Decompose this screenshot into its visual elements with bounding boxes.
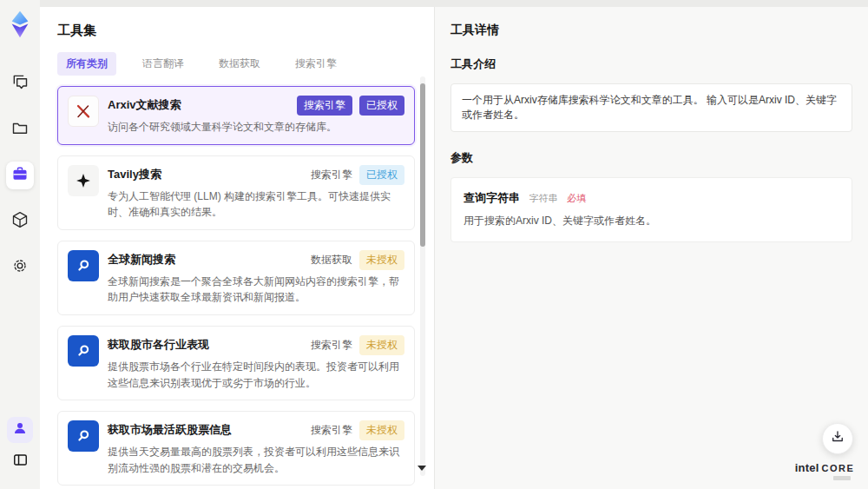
sidebar-bottom [0,417,40,473]
auth-status-badge: 未授权 [359,335,404,355]
gear-icon [11,257,29,278]
tool-name: 全球新闻搜索 [108,250,311,268]
sidebar-item-packages[interactable] [6,208,34,235]
collapse-panel-icon [12,452,29,472]
collapse-sidebar-button[interactable] [8,449,32,473]
tool-description: 提供当天交易量最高的股票列表，投资者可以利用这些信息来识别流动性强的股票和潜在的… [108,444,404,476]
brand-core-text: CORE [821,463,854,473]
tab-all-categories[interactable]: 所有类别 [57,52,116,76]
tool-card-tavily[interactable]: Tavily搜索 搜索引擎 已授权 专为人工智能代理 (LLM) 构建的搜索引擎… [57,155,415,230]
toolbox-icon [11,165,29,186]
sidebar-item-tools[interactable] [6,162,34,189]
folder-icon [11,119,29,140]
parameter-card: 查询字符串 字符串 必填 用于搜索的Arxiv ID、关键字或作者姓名。 [450,177,852,242]
sidebar-item-chat[interactable] [6,69,34,97]
tab-search-engine[interactable]: 搜索引擎 [286,52,345,76]
category-badge: 搜索引擎 [297,96,352,116]
tool-name: Tavily搜索 [108,165,311,182]
tool-name: 获取股市各行业表现 [108,335,311,353]
tool-description: 访问各个研究领域大量科学论文和文章的存储库。 [108,119,404,135]
tool-card-active-stocks[interactable]: 获取市场最活跃股票信息 搜索引擎 未授权 提供当天交易量最高的股票列表，投资者可… [57,411,415,486]
tool-list-panel: 工具集 所有类别 语言翻译 数据获取 搜索引擎 Arxiv文献搜索 搜索引擎 已… [40,7,434,489]
news-search-icon [68,250,99,281]
tool-description: 专为人工智能代理 (LLM) 构建的搜索引擎工具。可快速提供实时、准确和真实的结… [108,188,404,221]
param-name: 查询字符串 [464,191,520,204]
auth-status-badge: 未授权 [359,250,404,270]
sidebar-item-files[interactable] [6,116,34,143]
tool-name: 获取市场最活跃股票信息 [108,420,311,438]
auth-status-badge: 未授权 [359,420,404,440]
scrollbar-thumb[interactable] [420,83,425,247]
download-button[interactable] [822,423,853,454]
arxiv-icon [68,96,99,127]
tool-list: Arxiv文献搜索 搜索引擎 已授权 访问各个研究领域大量科学论文和文章的存储库… [57,86,415,489]
params-heading: 参数 [450,150,852,166]
page-title: 工具集 [57,23,434,39]
tab-language-translation[interactable]: 语言翻译 [134,52,193,76]
tool-name: Arxiv文献搜索 [108,96,297,113]
sidebar-item-settings[interactable] [6,254,34,281]
intel-core-logo: intel CORE [792,461,858,480]
param-description: 用于搜索的Arxiv ID、关键字或作者姓名。 [464,214,839,228]
chat-icon [11,73,29,94]
brand-intel-text: intel [795,461,819,474]
download-icon [830,429,845,448]
icon-sidebar [0,0,40,489]
intro-heading: 工具介绍 [450,56,852,72]
user-avatar[interactable] [7,417,33,443]
auth-status-badge: 已授权 [359,165,404,185]
brand-sub-mark [833,476,851,480]
tool-description: 全球新闻搜索是一个聚合全球各大新闻网站内容的搜索引擎，帮助用户快速获取全球最新资… [108,274,404,306]
user-avatar-icon [12,420,28,439]
tool-card-global-news[interactable]: 全球新闻搜索 数据获取 未授权 全球新闻搜索是一个聚合全球各大新闻网站内容的搜索… [57,241,415,315]
detail-panel-title: 工具详情 [450,23,852,38]
auth-status-badge: 已授权 [359,96,404,116]
news-search-icon [68,335,99,367]
sparkle-icon [68,165,99,196]
tool-card-stock-sectors[interactable]: 获取股市各行业表现 搜索引擎 未授权 提供股票市场各个行业在特定时间段内的表现。… [57,326,415,400]
tool-description: 提供股票市场各个行业在特定时间段内的表现。投资者可以利用这些信息来识别表现优于或… [108,359,404,391]
news-search-icon [68,420,99,452]
param-required-flag: 必填 [567,193,586,203]
scroll-down-arrow-icon[interactable] [418,466,426,471]
category-tabs: 所有类别 语言翻译 数据获取 搜索引擎 [57,52,434,76]
tool-card-arxiv[interactable]: Arxiv文献搜索 搜索引擎 已授权 访问各个研究领域大量科学论文和文章的存储库… [57,86,415,145]
category-label: 搜索引擎 [311,335,352,355]
category-label: 搜索引擎 [311,165,352,185]
tab-data-fetch[interactable]: 数据获取 [210,52,269,76]
sidebar-nav [0,69,40,281]
app-logo-icon [6,7,34,42]
list-scrollbar[interactable] [420,76,425,476]
category-label: 搜索引擎 [311,420,352,440]
param-type: 字符串 [529,193,557,203]
tool-intro-text: 一个用于从Arxiv存储库搜索科学论文和文章的工具。 输入可以是Arxiv ID… [450,83,852,132]
cube-icon [11,211,29,232]
category-label: 数据获取 [311,250,352,270]
tool-detail-panel: 工具详情 工具介绍 一个用于从Arxiv存储库搜索科学论文和文章的工具。 输入可… [434,7,868,489]
